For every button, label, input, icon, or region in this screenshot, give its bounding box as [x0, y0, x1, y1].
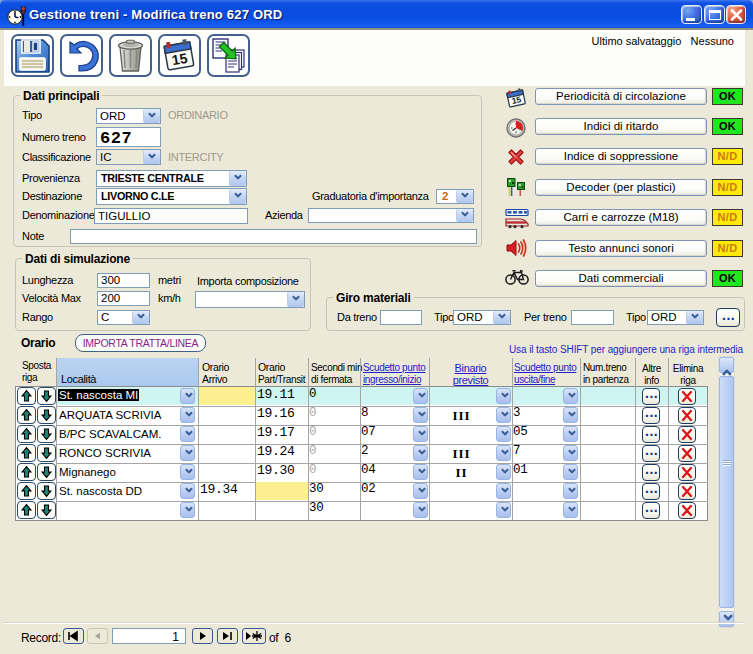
svg-text:15: 15: [170, 50, 188, 68]
